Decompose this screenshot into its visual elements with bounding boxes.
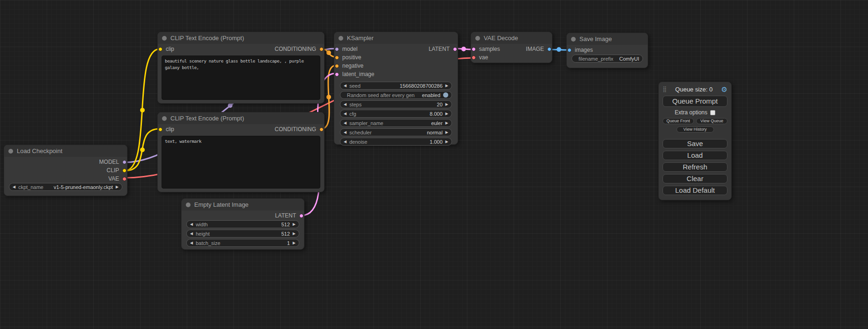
increment-arrow-icon[interactable]: ▶: [293, 241, 296, 245]
input-slot-vae[interactable]: vae: [472, 54, 488, 61]
widget-ckpt-name[interactable]: ◀ ckpt_name v1-5-pruned-emaonly.ckpt ▶: [9, 183, 122, 191]
slot-dot-clip[interactable]: [122, 168, 127, 173]
settings-gear-icon[interactable]: ⚙: [721, 86, 727, 93]
input-slot-images[interactable]: images: [567, 47, 593, 53]
collapse-dot-icon[interactable]: [571, 37, 576, 42]
collapse-dot-icon[interactable]: [162, 36, 167, 41]
node-titlebar[interactable]: Save Image: [567, 33, 648, 45]
output-slot-conditioning[interactable]: CONDITIONING: [275, 46, 324, 52]
output-slot-clip[interactable]: CLIP: [106, 167, 127, 174]
node-titlebar[interactable]: CLIP Text Encode (Prompt): [158, 32, 324, 44]
slot-dot-latent[interactable]: [299, 214, 303, 218]
load-default-button[interactable]: Load Default: [663, 186, 727, 195]
decrement-arrow-icon[interactable]: ◀: [344, 140, 346, 144]
decrement-arrow-icon[interactable]: ◀: [344, 131, 346, 134]
increment-arrow-icon[interactable]: ▶: [445, 121, 448, 125]
input-slot-clip[interactable]: clip: [158, 126, 174, 133]
collapse-dot-icon[interactable]: [475, 36, 480, 41]
collapse-dot-icon[interactable]: [162, 116, 167, 121]
load-button[interactable]: Load: [663, 151, 727, 160]
input-slot-clip[interactable]: clip: [158, 46, 174, 52]
decrement-arrow-icon[interactable]: ◀: [344, 103, 346, 106]
increment-arrow-icon[interactable]: ▶: [445, 112, 448, 116]
increment-arrow-icon[interactable]: ▶: [445, 84, 448, 88]
output-slot-model[interactable]: MODEL: [99, 159, 127, 165]
input-slot-model[interactable]: model: [335, 46, 358, 52]
decrement-arrow-icon[interactable]: ◀: [190, 232, 193, 236]
increment-arrow-icon[interactable]: ▶: [445, 103, 448, 106]
queue-prompt-button[interactable]: Queue Prompt: [663, 96, 727, 107]
collapse-dot-icon[interactable]: [339, 36, 343, 41]
node-titlebar[interactable]: CLIP Text Encode (Prompt): [158, 112, 324, 124]
widget-steps[interactable]: ◀ steps 20 ▶: [340, 100, 452, 108]
widget-denoise[interactable]: ◀ denoise 1.000 ▶: [340, 138, 452, 146]
slot-dot-conditioning[interactable]: [335, 64, 339, 68]
output-slot-latent[interactable]: LATENT: [429, 46, 457, 52]
increment-arrow-icon[interactable]: ▶: [293, 232, 296, 236]
node-vae-decode[interactable]: VAE Decode samples IMAGE vae: [471, 32, 552, 63]
slot-dot-conditioning[interactable]: [335, 56, 339, 60]
widget-random-seed-toggle[interactable]: Random seed after every gen enabled: [340, 91, 452, 99]
slot-dot-clip[interactable]: [158, 47, 162, 51]
output-slot-image[interactable]: IMAGE: [526, 46, 551, 52]
widget-height[interactable]: ◀ height 512 ▶: [186, 230, 299, 238]
refresh-button[interactable]: Refresh: [663, 162, 727, 172]
increment-arrow-icon[interactable]: ▶: [293, 223, 296, 226]
view-queue-button[interactable]: View Queue: [696, 118, 727, 124]
widget-sampler-name[interactable]: ◀ sampler_name euler ▶: [340, 119, 452, 127]
extra-options-checkbox[interactable]: [710, 110, 715, 115]
slot-dot-latent[interactable]: [335, 72, 339, 77]
decrement-arrow-icon[interactable]: ◀: [13, 185, 15, 189]
widget-filename-prefix[interactable]: filename_prefix ComfyUI: [572, 55, 643, 63]
input-slot-latent-image[interactable]: latent_image: [335, 71, 374, 77]
node-ksampler[interactable]: KSampler model LATENT positive: [334, 32, 458, 145]
input-slot-samples[interactable]: samples: [472, 46, 500, 52]
prompt-textarea[interactable]: text, watermark: [162, 136, 320, 189]
collapse-dot-icon[interactable]: [8, 149, 13, 154]
node-titlebar[interactable]: VAE Decode: [471, 32, 552, 44]
input-slot-negative[interactable]: negative: [335, 63, 363, 69]
node-titlebar[interactable]: Load Checkpoint: [4, 145, 127, 157]
widget-batch-size[interactable]: ◀ batch_size 1 ▶: [186, 239, 299, 247]
output-slot-conditioning[interactable]: CONDITIONING: [275, 126, 324, 133]
increment-arrow-icon[interactable]: ▶: [445, 140, 448, 144]
widget-scheduler[interactable]: ◀ scheduler normal ▶: [340, 128, 452, 136]
decrement-arrow-icon[interactable]: ◀: [344, 84, 346, 88]
slot-dot-image[interactable]: [567, 48, 572, 52]
node-clip-text-encode-negative[interactable]: CLIP Text Encode (Prompt) clip CONDITION…: [157, 112, 325, 192]
node-clip-text-encode-positive[interactable]: CLIP Text Encode (Prompt) clip CONDITION…: [157, 32, 325, 104]
collapse-dot-icon[interactable]: [186, 203, 191, 207]
increment-arrow-icon[interactable]: ▶: [116, 185, 119, 189]
node-save-image[interactable]: Save Image images filename_prefix ComfyU…: [566, 33, 648, 68]
widget-cfg[interactable]: ◀ cfg 8.000 ▶: [340, 110, 452, 118]
node-titlebar[interactable]: Empty Latent Image: [182, 199, 304, 210]
widget-seed[interactable]: ◀ seed 156680208700286 ▶: [340, 82, 452, 90]
slot-dot-model[interactable]: [122, 160, 127, 164]
widget-width[interactable]: ◀ width 512 ▶: [186, 220, 299, 228]
slot-dot-latent[interactable]: [453, 47, 457, 51]
save-button[interactable]: Save: [663, 139, 727, 148]
decrement-arrow-icon[interactable]: ◀: [344, 121, 346, 125]
view-history-button[interactable]: View History: [677, 126, 714, 133]
drag-handle-icon[interactable]: ⣿: [663, 86, 667, 92]
prompt-textarea[interactable]: beautiful scenery nature glass bottle la…: [162, 56, 320, 100]
input-slot-positive[interactable]: positive: [335, 54, 361, 61]
clear-button[interactable]: Clear: [663, 174, 727, 183]
node-load-checkpoint[interactable]: Load Checkpoint MODEL CLIP VAE: [4, 145, 127, 196]
node-titlebar[interactable]: KSampler: [334, 32, 458, 44]
output-slot-latent[interactable]: LATENT: [275, 212, 303, 219]
slot-dot-conditioning[interactable]: [319, 47, 324, 51]
slot-dot-conditioning[interactable]: [319, 127, 324, 132]
node-graph-canvas[interactable]: CLIP Text Encode (Prompt) clip CONDITION…: [0, 0, 868, 329]
output-slot-vae[interactable]: VAE: [108, 175, 127, 182]
decrement-arrow-icon[interactable]: ◀: [190, 241, 193, 245]
slot-dot-vae[interactable]: [122, 177, 127, 181]
decrement-arrow-icon[interactable]: ◀: [190, 223, 193, 226]
slot-dot-latent[interactable]: [472, 47, 476, 51]
slot-dot-clip[interactable]: [158, 127, 162, 132]
slot-dot-image[interactable]: [547, 47, 551, 51]
increment-arrow-icon[interactable]: ▶: [445, 131, 448, 134]
slot-dot-model[interactable]: [335, 47, 339, 51]
node-empty-latent-image[interactable]: Empty Latent Image LATENT ◀ width 512 ▶ …: [181, 198, 304, 250]
decrement-arrow-icon[interactable]: ◀: [344, 112, 346, 116]
